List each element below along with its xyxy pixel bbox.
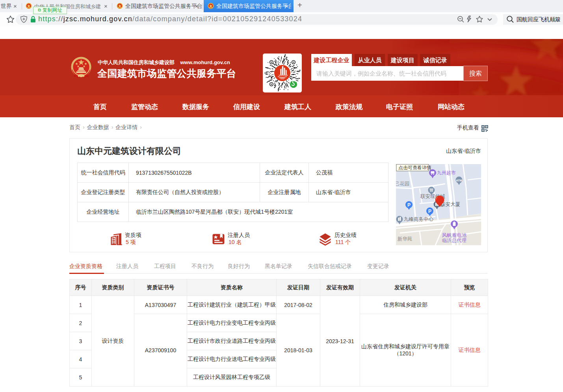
svg-text:风帆蓄电池: 风帆蓄电池 [442, 233, 467, 238]
svg-text:己花园: 己花园 [396, 181, 410, 187]
svg-text:P: P [407, 202, 411, 208]
svg-text:新华苑: 新华苑 [398, 236, 412, 242]
svg-text:P: P [428, 209, 431, 214]
svg-text:点击可查看详情: 点击可查看详情 [398, 165, 431, 170]
svg-text:九峰商务中心: 九峰商务中心 [404, 216, 434, 222]
svg-text:九州超市: 九州超市 [437, 170, 456, 176]
svg-text:临沂总代理: 临沂总代理 [442, 238, 467, 243]
svg-text:ATM: ATM [456, 179, 462, 182]
